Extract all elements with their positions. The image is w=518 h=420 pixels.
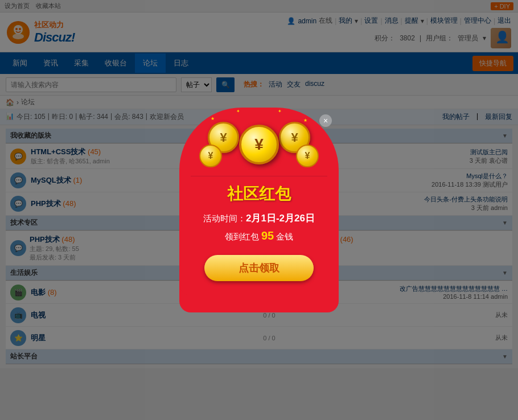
coin: ¥: [296, 145, 319, 167]
claim-button[interactable]: 点击领取: [204, 255, 314, 281]
envelope-period: 活动时间：2月1日-2月26日: [191, 212, 327, 225]
modal-overlay[interactable]: × ★ ✦ ★ ★ ✦ ★ ✦ ✦ ¥ ¥ ¥ ¥ ¥: [0, 0, 518, 420]
star-icon: ✦: [311, 110, 316, 116]
envelope-title: 社区红包: [191, 183, 327, 205]
star-icon: ✦: [278, 109, 282, 114]
envelope-body: 社区红包 活动时间：2月1日-2月26日 领到红包 95 金钱 点击领取: [179, 170, 339, 295]
coins-area: ¥ ¥ ¥ ¥ ¥: [196, 116, 322, 170]
envelope-reward: 领到红包 95 金钱: [191, 229, 327, 242]
modal-close-button[interactable]: ×: [319, 114, 332, 127]
red-envelope-modal: × ★ ✦ ★ ★ ✦ ★ ✦ ✦ ¥ ¥ ¥ ¥ ¥: [179, 108, 339, 312]
star-icon: ✦: [236, 109, 240, 114]
main-coin: ¥: [239, 125, 279, 164]
envelope-divider: [191, 176, 327, 176]
coin: ¥: [199, 145, 222, 167]
